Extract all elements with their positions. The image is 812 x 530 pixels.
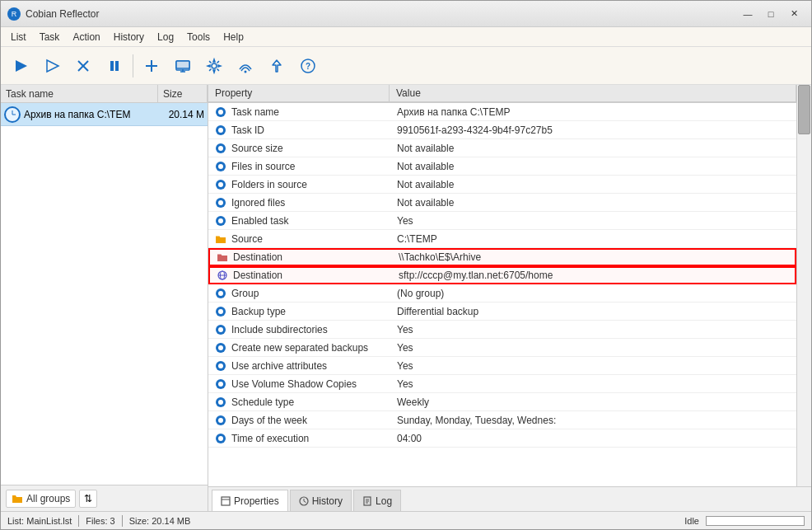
minimize-button[interactable]: — — [737, 6, 758, 22]
main-window: R Cobian Reflector — □ ✕ List Task Actio… — [0, 0, 812, 530]
close-button[interactable]: ✕ — [783, 6, 805, 22]
toolbar: ? — [1, 47, 811, 85]
prop-row-foldersinsource: Folders in source Not available — [208, 176, 796, 194]
svg-marker-0 — [16, 60, 27, 72]
prop-row-destination2: Destination sftp://cccp@my.tlan.net:6705… — [208, 266, 796, 284]
prop-row-usearchive: Use archive attributes Yes — [208, 357, 796, 375]
pause-button[interactable] — [100, 51, 129, 81]
run-button[interactable] — [37, 51, 67, 81]
dot-icon-backuptype — [213, 304, 228, 319]
svg-point-12 — [212, 63, 217, 68]
status-sep2 — [122, 515, 123, 527]
prop-value-taskid: 9910561f-a293-4324-9b4f-97c27b5 — [392, 124, 796, 136]
prop-row-usevss: Use Volume Shadow Copies Yes — [208, 375, 796, 393]
add-task-button[interactable] — [137, 51, 166, 81]
prop-row-sourcesize: Source size Not available — [208, 139, 796, 157]
scrollbar-thumb[interactable] — [798, 85, 810, 134]
folder-icon-dest1 — [215, 250, 230, 265]
prop-row-ignoredfiles: Ignored files Not available — [208, 194, 796, 212]
all-groups-button[interactable]: All groups — [6, 490, 76, 508]
sort-button[interactable]: ⇅ — [79, 490, 97, 508]
dot-icon-daysofweek — [213, 413, 228, 428]
prop-name-taskname: Task name — [231, 106, 392, 118]
menu-bar: List Task Action History Log Tools Help — [1, 27, 811, 47]
col-property: Property — [208, 85, 390, 101]
tab-properties[interactable]: Properties — [212, 490, 288, 511]
prop-value-ignoredfiles: Not available — [392, 197, 796, 209]
svg-rect-4 — [110, 61, 114, 71]
prop-value-createnew: Yes — [392, 342, 796, 354]
prop-value-foldersinsource: Not available — [392, 179, 796, 190]
run-all-button[interactable] — [6, 51, 35, 81]
prop-name-destination1: Destination — [233, 251, 394, 263]
prop-row-enabledtask: Enabled task Yes — [208, 212, 796, 230]
dot-icon-usearchive — [213, 359, 228, 373]
dot-icon-group — [213, 286, 228, 301]
stop-button[interactable] — [68, 51, 98, 81]
prop-row-daysofweek: Days of the week Sunday, Monday, Tuesday… — [208, 411, 796, 429]
menu-action[interactable]: Action — [66, 30, 106, 45]
dot-icon-timeofexec — [213, 431, 228, 446]
task-list-body[interactable]: Архив на папка C:\TEM 20.14 M — [1, 103, 208, 485]
settings-button[interactable] — [199, 51, 229, 81]
computer-button[interactable] — [168, 51, 198, 81]
help-button[interactable]: ? — [293, 51, 323, 81]
all-groups-label: All groups — [26, 493, 70, 504]
prop-value-destination1: \\Tachko\E$\Arhive — [394, 251, 795, 263]
prop-value-includesub: Yes — [392, 324, 796, 335]
prop-value-source: C:\TEMP — [392, 233, 796, 245]
prop-name-usevss: Use Volume Shadow Copies — [231, 378, 392, 390]
log-tab-icon — [362, 496, 372, 506]
prop-value-usearchive: Yes — [392, 360, 796, 372]
prop-value-backuptype: Differential backup — [392, 306, 796, 317]
prop-row-timeofexec: Time of execution 04:00 — [208, 429, 796, 448]
prop-name-usearchive: Use archive attributes — [231, 360, 392, 372]
prop-name-includesub: Include subdirectories — [231, 324, 392, 335]
tab-history[interactable]: History — [290, 490, 352, 511]
export-button[interactable] — [262, 51, 292, 81]
prop-row-taskname: Task name Архив на папка C:\TEMP — [208, 103, 796, 121]
col-task-size: Size — [158, 85, 208, 102]
menu-history[interactable]: History — [107, 30, 151, 45]
dot-icon-scheduletype — [213, 395, 228, 410]
prop-row-includesub: Include subdirectories Yes — [208, 321, 796, 339]
prop-name-filesinsource: Files in source — [231, 161, 392, 172]
window-controls: — □ ✕ — [737, 6, 805, 22]
dot-icon-filesinsource — [213, 159, 228, 174]
svg-line-24 — [304, 501, 306, 503]
bottom-tabs: Properties History — [208, 486, 811, 511]
prop-name-sourcesize: Source size — [231, 143, 392, 154]
menu-tools[interactable]: Tools — [180, 30, 217, 45]
prop-name-source: Source — [231, 233, 392, 245]
status-indicator — [706, 516, 805, 526]
dot-icon-ignoredfiles — [213, 195, 228, 210]
property-table: Property Value Task name Архив на папка … — [208, 85, 796, 486]
menu-list[interactable]: List — [4, 30, 33, 45]
prop-row-taskid: Task ID 9910561f-a293-4324-9b4f-97c27b5 — [208, 121, 796, 139]
properties-tab-icon — [221, 496, 231, 506]
connection-button[interactable] — [231, 51, 260, 81]
dot-icon-foldersinsource — [213, 177, 228, 192]
dot-icon-includesub — [213, 322, 228, 337]
menu-help[interactable]: Help — [217, 30, 250, 45]
svg-rect-5 — [115, 61, 119, 71]
left-bottom: All groups ⇅ — [1, 485, 208, 511]
right-panel: Property Value Task name Архив на папка … — [208, 85, 811, 511]
maximize-button[interactable]: □ — [760, 6, 782, 22]
right-scrollbar[interactable] — [796, 85, 811, 486]
prop-name-backuptype: Backup type — [231, 306, 392, 317]
prop-value-destination2: sftp://cccp@my.tlan.net:6705/home — [394, 270, 795, 281]
menu-log[interactable]: Log — [151, 30, 180, 45]
menu-task[interactable]: Task — [33, 30, 67, 45]
svg-marker-1 — [47, 60, 58, 72]
task-name: Архив на папка C:\TEM — [24, 109, 163, 120]
prop-value-enabledtask: Yes — [392, 215, 796, 227]
left-panel: Task name Size Архив на папка C:\TEM 20.… — [1, 85, 208, 511]
tab-log[interactable]: Log — [353, 490, 401, 511]
dot-icon-sourcesize — [213, 141, 228, 156]
svg-marker-14 — [273, 60, 281, 72]
task-row[interactable]: Архив на папка C:\TEM 20.14 M — [1, 103, 208, 126]
prop-name-timeofexec: Time of execution — [231, 433, 392, 444]
prop-value-filesinsource: Not available — [392, 161, 796, 172]
dot-icon-taskname — [213, 105, 228, 120]
